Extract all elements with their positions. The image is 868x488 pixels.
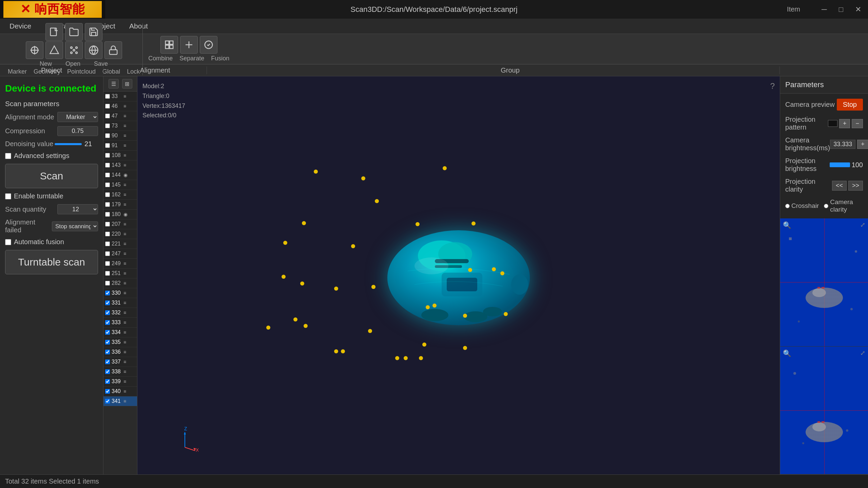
camera-brightness-plus[interactable]: + (857, 140, 868, 149)
projection-clarity-left[interactable]: << (832, 181, 847, 191)
projection-pattern-minus[interactable]: − (852, 119, 863, 128)
save-button[interactable] (85, 23, 102, 41)
list-item-checkbox[interactable] (105, 330, 110, 335)
scan-quantity-select[interactable]: 12 (57, 204, 98, 214)
list-item-checkbox[interactable] (105, 153, 110, 158)
list-item[interactable]: 91≡ (103, 141, 137, 151)
list-item[interactable]: 338≡ (103, 367, 137, 377)
denoising-slider[interactable] (55, 143, 82, 145)
list-item[interactable]: 220≡ (103, 229, 137, 239)
list-item-checkbox[interactable] (105, 163, 110, 168)
list-item[interactable]: 73≡ (103, 121, 137, 131)
list-item[interactable]: 180◉ (103, 210, 137, 219)
list-item[interactable]: 143≡ (103, 160, 137, 170)
list-item-checkbox[interactable] (105, 251, 110, 256)
minimize-button[interactable]: ─ (818, 3, 830, 16)
list-item[interactable]: 337≡ (103, 357, 137, 367)
fusion-button[interactable] (200, 36, 217, 54)
list-item[interactable]: 331≡ (103, 298, 137, 308)
list-item-checkbox[interactable] (105, 173, 110, 177)
zoom-icon-2[interactable]: 🔍 (783, 349, 791, 357)
list-item[interactable]: 330≡ (103, 288, 137, 298)
list-item-checkbox[interactable] (105, 241, 110, 246)
list-item[interactable]: 47≡ (103, 111, 137, 121)
stop-button[interactable]: Stop (837, 99, 863, 111)
list-item[interactable]: 341≡ (103, 396, 137, 406)
scan-button[interactable]: Scan (5, 164, 98, 188)
new-button[interactable] (45, 23, 63, 41)
list-item-checkbox[interactable] (105, 310, 110, 315)
list-item[interactable]: 336≡ (103, 347, 137, 357)
pointcloud-button[interactable] (65, 41, 83, 59)
list-item[interactable]: 247≡ (103, 249, 137, 259)
list-item[interactable]: 335≡ (103, 337, 137, 347)
list-item[interactable]: 332≡ (103, 308, 137, 318)
lock-button[interactable] (104, 41, 122, 59)
maximize-button[interactable]: □ (835, 3, 847, 16)
geometry-button[interactable] (45, 41, 63, 59)
list-item-checkbox[interactable] (105, 300, 110, 305)
maximize-icon-1[interactable]: ⤢ (860, 221, 865, 229)
list-item-checkbox[interactable] (105, 232, 110, 236)
projection-clarity-right[interactable]: >> (848, 181, 863, 191)
global-button[interactable] (85, 41, 102, 59)
advanced-settings-checkbox[interactable] (5, 153, 11, 159)
list-item-checkbox[interactable] (105, 320, 110, 325)
zoom-icon-1[interactable]: 🔍 (783, 221, 791, 229)
list-item-checkbox[interactable] (105, 271, 110, 276)
list-item[interactable]: 249≡ (103, 259, 137, 269)
list-item-checkbox[interactable] (105, 133, 110, 138)
camera-brightness-input[interactable] (830, 140, 855, 149)
3d-viewport[interactable]: Model:2 Triangle:0 Vertex:1363417 Select… (137, 76, 780, 474)
list-item-checkbox[interactable] (105, 350, 110, 354)
list-item-checkbox[interactable] (105, 202, 110, 207)
list-item-checkbox[interactable] (105, 123, 110, 128)
combine-button[interactable] (160, 36, 178, 54)
alignment-failed-select[interactable]: Stop scanning (52, 221, 98, 231)
list-item[interactable]: 207≡ (103, 219, 137, 229)
list-item[interactable]: 334≡ (103, 328, 137, 337)
list-item[interactable]: 46≡ (103, 101, 137, 111)
help-icon[interactable]: ? (770, 81, 775, 91)
compression-input[interactable] (57, 126, 98, 136)
crosshair-radio[interactable] (785, 204, 790, 208)
list-item-checkbox[interactable] (105, 359, 110, 364)
list-item[interactable]: 33≡ (103, 92, 137, 101)
list-item[interactable]: 144◉ (103, 170, 137, 180)
list-item-checkbox[interactable] (105, 222, 110, 227)
turntable-scan-button[interactable]: Turntable scan (5, 250, 98, 274)
enable-turntable-checkbox[interactable] (5, 193, 11, 199)
list-item-checkbox[interactable] (105, 281, 110, 286)
list-item[interactable]: 221≡ (103, 239, 137, 249)
marker-button[interactable] (26, 41, 43, 59)
list-item[interactable]: 162≡ (103, 190, 137, 200)
list-item[interactable]: 282≡ (103, 278, 137, 288)
list-view-button[interactable]: ☰ (109, 79, 119, 89)
list-item-checkbox[interactable] (105, 182, 110, 187)
list-item[interactable]: 90≡ (103, 131, 137, 141)
list-item[interactable]: 340≡ (103, 387, 137, 396)
grid-view-button[interactable]: ⊞ (122, 79, 132, 89)
list-item-checkbox[interactable] (105, 114, 110, 118)
alignment-mode-select[interactable]: Marker (57, 112, 98, 122)
separate-button[interactable] (180, 36, 198, 54)
list-item-checkbox[interactable] (105, 379, 110, 384)
list-item[interactable]: 179≡ (103, 200, 137, 210)
list-item-checkbox[interactable] (105, 192, 110, 197)
list-item-checkbox[interactable] (105, 399, 110, 404)
list-item-checkbox[interactable] (105, 261, 110, 266)
close-button[interactable]: ✕ (852, 3, 865, 16)
list-item-checkbox[interactable] (105, 369, 110, 374)
camera-clarity-radio[interactable] (824, 204, 828, 208)
projection-pattern-plus[interactable]: + (839, 119, 850, 128)
list-item-checkbox[interactable] (105, 94, 110, 99)
maximize-icon-2[interactable]: ⤢ (860, 349, 865, 357)
list-item-checkbox[interactable] (105, 340, 110, 345)
list-item[interactable]: 333≡ (103, 318, 137, 328)
automatic-fusion-checkbox[interactable] (5, 239, 11, 245)
open-button[interactable] (65, 23, 83, 41)
list-item[interactable]: 145≡ (103, 180, 137, 190)
list-item[interactable]: 108≡ (103, 151, 137, 160)
list-item-checkbox[interactable] (105, 291, 110, 295)
list-item-checkbox[interactable] (105, 143, 110, 148)
